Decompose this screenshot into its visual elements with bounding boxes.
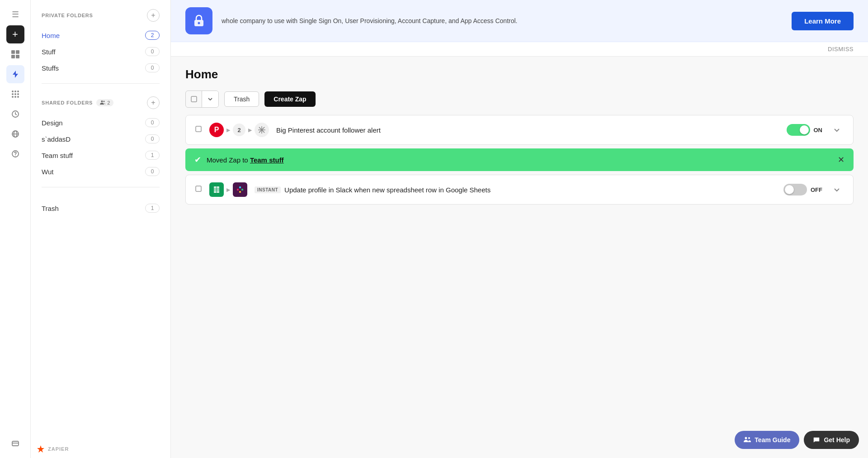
svg-point-9	[14, 93, 16, 95]
team-stuff-link[interactable]: Team stuff	[250, 156, 284, 164]
lightning-icon[interactable]	[6, 65, 24, 83]
folder-count: 2	[145, 31, 160, 40]
dashboard-icon[interactable]	[6, 45, 24, 63]
dismiss-link[interactable]: DISMISS	[828, 46, 854, 52]
team-guide-button[interactable]: Team Guide	[735, 431, 799, 449]
snowflake-icon	[258, 126, 266, 134]
divider	[42, 83, 160, 84]
folder-name: Team stuff	[42, 152, 73, 159]
chevron-down-icon-2	[833, 186, 840, 193]
zapier-logo-text: ZAPIER	[48, 446, 69, 452]
banner-icon	[185, 7, 212, 34]
folder-count: 1	[145, 151, 160, 160]
page-title: Home	[185, 67, 854, 81]
icon-bar: ☰ +	[0, 0, 31, 458]
private-folders-title: PRIVATE FOLDERS	[42, 13, 93, 18]
shared-folders-header: SHARED FOLDERS 2 +	[42, 96, 160, 109]
folder-count: 0	[145, 118, 160, 127]
learn-more-button[interactable]: Learn More	[792, 12, 854, 30]
divider-2	[42, 187, 160, 187]
globe-icon[interactable]	[6, 125, 24, 143]
svg-point-44	[748, 437, 750, 439]
hamburger-icon[interactable]: ☰	[6, 5, 24, 24]
success-check-icon: ✔	[194, 155, 201, 165]
dropdown-chevron[interactable]	[202, 91, 218, 107]
svg-point-43	[745, 437, 747, 439]
apps-grid-icon[interactable]	[6, 85, 24, 103]
member-badge: 2	[96, 99, 113, 106]
folder-item-stuff[interactable]: Stuff 0	[42, 43, 160, 60]
folder-item-trash[interactable]: Trash 1	[42, 200, 160, 216]
lock-icon	[192, 14, 206, 28]
notification-banner: ✔ Moved Zap to Team stuff ✕	[185, 148, 854, 171]
help-icon[interactable]	[6, 145, 24, 163]
add-shared-folder-button[interactable]: +	[147, 96, 160, 109]
get-help-button[interactable]: Get Help	[804, 431, 859, 449]
create-button[interactable]: +	[6, 25, 24, 43]
chevron-down-icon	[833, 126, 840, 134]
svg-point-8	[12, 93, 14, 95]
svg-rect-1	[16, 50, 19, 54]
step-count-badge: 2	[233, 124, 245, 136]
private-folders-header: PRIVATE FOLDERS +	[42, 9, 160, 22]
notification-text: Moved Zap to Team stuff	[207, 156, 832, 164]
checkbox-icon	[190, 95, 198, 103]
zap-toggle-2[interactable]	[783, 184, 807, 196]
svg-point-26	[198, 22, 200, 24]
dismiss-bar: DISMISS	[171, 42, 868, 57]
svg-point-23	[104, 101, 105, 102]
svg-rect-20	[12, 441, 19, 446]
folder-item-team-stuff[interactable]: Team stuff 1	[42, 147, 160, 163]
add-private-folder-button[interactable]: +	[147, 9, 160, 22]
svg-point-22	[101, 100, 103, 102]
folder-item-saddasd[interactable]: s`addasD 0	[42, 131, 160, 147]
folder-item-wut[interactable]: Wut 0	[42, 163, 160, 180]
history-icon[interactable]	[6, 105, 24, 123]
zap-row-slack: ▶ INSTANT Update profile in Slack when n…	[185, 175, 854, 205]
svg-rect-41	[241, 189, 243, 191]
main-content: whole company to use with Single Sign On…	[171, 0, 868, 458]
svg-rect-42	[239, 191, 241, 193]
create-zap-button[interactable]: Create Zap	[264, 91, 315, 107]
zap-row-pinterest: P ▶ 2 ▶ Big Pinterest account follower a…	[185, 115, 854, 145]
chat-icon	[813, 436, 820, 444]
checkbox-icon	[195, 125, 202, 133]
folder-count: 0	[145, 134, 160, 143]
checkbox-icon	[195, 185, 202, 192]
folder-name: Stuffs	[42, 64, 59, 72]
svg-marker-4	[13, 71, 18, 78]
select-dropdown[interactable]	[185, 91, 219, 108]
instant-badge: INSTANT	[255, 186, 281, 193]
folder-name: Trash	[42, 205, 59, 212]
zap-info: INSTANT Update profile in Slack when new…	[255, 186, 776, 194]
toggle-knob-2	[785, 185, 794, 194]
private-folders-section: PRIVATE FOLDERS + Home 2 Stuff 0 Stuffs …	[31, 0, 170, 80]
arrow-icon-3: ▶	[226, 187, 230, 193]
trash-section: Trash 1	[31, 191, 170, 220]
trash-button[interactable]: Trash	[224, 91, 259, 107]
expand-zap-button-2[interactable]	[830, 182, 844, 197]
folder-item-home[interactable]: Home 2	[42, 27, 160, 43]
folder-item-stuffs[interactable]: Stuffs 0	[42, 60, 160, 76]
folder-count: 0	[145, 63, 160, 72]
svg-rect-39	[237, 189, 239, 191]
folder-name: Stuff	[42, 48, 56, 56]
folder-count: 0	[145, 47, 160, 56]
svg-rect-33	[196, 186, 201, 191]
notification-close-button[interactable]: ✕	[838, 155, 844, 165]
zap-checkbox[interactable]	[195, 125, 202, 134]
zap-checkbox-2[interactable]	[195, 185, 202, 194]
zap-name: Big Pinterest account follower alert	[276, 126, 779, 134]
team-icon	[744, 436, 751, 444]
toggle-container: ON	[787, 124, 823, 136]
zap-toggle[interactable]	[787, 124, 810, 136]
select-all-checkbox[interactable]	[186, 91, 202, 107]
billing-icon[interactable]	[6, 434, 24, 453]
arrow-icon: ▶	[226, 127, 230, 133]
folder-item-design[interactable]: Design 0	[42, 114, 160, 131]
bottom-buttons: Team Guide Get Help	[735, 431, 859, 449]
expand-zap-button[interactable]	[830, 123, 844, 137]
zapier-snowflake-icon	[255, 123, 269, 137]
svg-rect-27	[191, 96, 197, 102]
slack-icon	[233, 182, 247, 197]
